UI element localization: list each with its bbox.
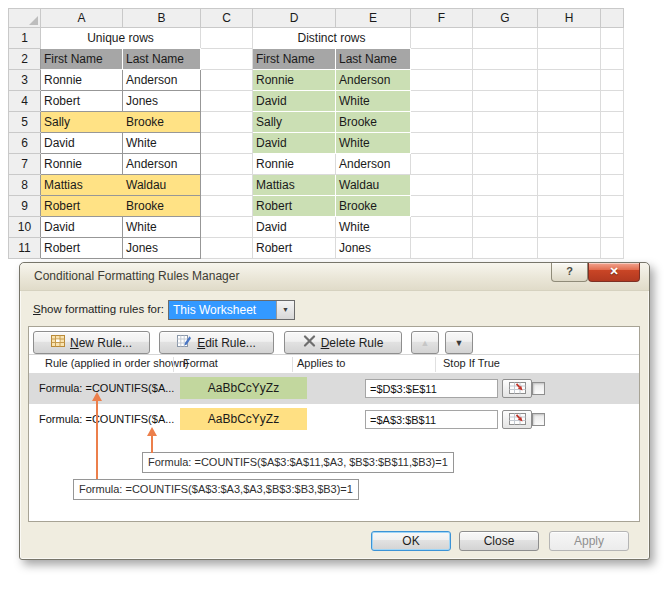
sheet-cell[interactable]: Ronnie: [253, 154, 336, 175]
sheet-cell[interactable]: [473, 196, 538, 217]
sheet-cell[interactable]: [601, 217, 624, 238]
sheet-cell[interactable]: [473, 154, 538, 175]
col-header-partial[interactable]: [601, 9, 624, 28]
row-header[interactable]: 8: [9, 175, 41, 196]
sheet-cell[interactable]: [201, 91, 253, 112]
sheet-cell[interactable]: [411, 154, 473, 175]
sheet-cell[interactable]: [411, 217, 473, 238]
sheet-cell[interactable]: [473, 133, 538, 154]
sheet-cell[interactable]: Robert: [41, 238, 123, 259]
row-header[interactable]: 5: [9, 112, 41, 133]
sheet-cell[interactable]: [601, 70, 624, 91]
sheet-cell[interactable]: [201, 154, 253, 175]
sheet-cell[interactable]: Last Name: [336, 49, 411, 70]
sheet-cell[interactable]: Ronnie: [41, 154, 123, 175]
sheet-cell[interactable]: First Name: [41, 49, 123, 70]
row-header[interactable]: 1: [9, 28, 41, 49]
sheet-cell[interactable]: Mattias: [41, 175, 123, 196]
sheet-cell[interactable]: Jones: [123, 238, 201, 259]
collapse-dialog-button[interactable]: [502, 410, 532, 429]
sheet-cell[interactable]: Sally: [253, 112, 336, 133]
col-header-a[interactable]: A: [41, 9, 123, 28]
col-header-c[interactable]: C: [201, 9, 253, 28]
apply-button[interactable]: Apply: [549, 531, 629, 551]
sheet-cell[interactable]: Ronnie: [253, 70, 336, 91]
sheet-cell[interactable]: Brooke: [123, 112, 201, 133]
sheet-cell[interactable]: [473, 175, 538, 196]
sheet-cell[interactable]: [201, 49, 253, 70]
sheet-cell[interactable]: [601, 154, 624, 175]
applies-to-field[interactable]: [365, 410, 498, 429]
sheet-cell[interactable]: White: [336, 91, 411, 112]
new-rule-button[interactable]: New Rule...: [33, 331, 150, 354]
row-header[interactable]: 3: [9, 70, 41, 91]
row-header[interactable]: 9: [9, 196, 41, 217]
sheet-cell[interactable]: [411, 133, 473, 154]
sheet-cell[interactable]: Anderson: [336, 70, 411, 91]
sheet-cell[interactable]: [201, 175, 253, 196]
sheet-cell[interactable]: [538, 154, 601, 175]
sheet-cell[interactable]: Robert: [253, 238, 336, 259]
row-header[interactable]: 11: [9, 238, 41, 259]
ok-button[interactable]: OK: [371, 531, 451, 551]
sheet-cell[interactable]: [538, 238, 601, 259]
sheet-cell[interactable]: [473, 28, 538, 49]
col-header-f[interactable]: F: [411, 9, 473, 28]
sheet-cell[interactable]: [201, 112, 253, 133]
sheet-cell[interactable]: [538, 175, 601, 196]
help-button[interactable]: ?: [551, 263, 588, 282]
sheet-cell[interactable]: [538, 196, 601, 217]
sheet-cell[interactable]: [473, 112, 538, 133]
sheet-cell[interactable]: David: [41, 217, 123, 238]
sheet-cell[interactable]: [538, 112, 601, 133]
sheet-cell[interactable]: Brooke: [123, 196, 201, 217]
delete-rule-button[interactable]: Delete Rule: [284, 331, 402, 354]
sheet-cell[interactable]: [473, 217, 538, 238]
edit-rule-button[interactable]: Edit Rule...: [159, 331, 274, 354]
collapse-dialog-button[interactable]: [502, 379, 532, 398]
sheet-cell[interactable]: Waldau: [123, 175, 201, 196]
sheet-cell[interactable]: [601, 196, 624, 217]
sheet-cell[interactable]: [411, 238, 473, 259]
row-header[interactable]: 10: [9, 217, 41, 238]
sheet-cell[interactable]: [411, 112, 473, 133]
stop-if-true-checkbox[interactable]: [532, 413, 545, 426]
sheet-cell[interactable]: [201, 217, 253, 238]
sheet-cell[interactable]: Last Name: [123, 49, 201, 70]
dialog-titlebar[interactable]: Conditional Formatting Rules Manager ? ✕: [20, 263, 649, 291]
stop-if-true-checkbox[interactable]: [532, 382, 545, 395]
unique-rows-title-cell[interactable]: Unique rows: [41, 28, 201, 49]
sheet-cell[interactable]: [538, 70, 601, 91]
sheet-cell[interactable]: David: [41, 133, 123, 154]
sheet-cell[interactable]: [601, 28, 624, 49]
row-header[interactable]: 6: [9, 133, 41, 154]
sheet-cell[interactable]: David: [253, 91, 336, 112]
sheet-cell[interactable]: First Name: [253, 49, 336, 70]
distinct-rows-title-cell[interactable]: Distinct rows: [253, 28, 411, 49]
sheet-cell[interactable]: [538, 49, 601, 70]
scope-dropdown[interactable]: This Worksheet ▼: [168, 300, 295, 320]
sheet-cell[interactable]: David: [253, 133, 336, 154]
sheet-cell[interactable]: White: [336, 217, 411, 238]
rule-row[interactable]: Formula: =COUNTIFS($A... AaBbCcYyZz: [29, 404, 639, 435]
sheet-cell[interactable]: [411, 91, 473, 112]
row-header[interactable]: 4: [9, 91, 41, 112]
sheet-cell[interactable]: Mattias: [253, 175, 336, 196]
sheet-cell[interactable]: [601, 49, 624, 70]
sheet-cell[interactable]: [601, 175, 624, 196]
sheet-cell[interactable]: White: [123, 133, 201, 154]
sheet-cell[interactable]: [201, 133, 253, 154]
close-button-footer[interactable]: Close: [459, 531, 539, 551]
sheet-cell[interactable]: [201, 70, 253, 91]
sheet-cell[interactable]: [201, 238, 253, 259]
sheet-cell[interactable]: Waldau: [336, 175, 411, 196]
col-header-e[interactable]: E: [336, 9, 411, 28]
sheet-cell[interactable]: Robert: [41, 196, 123, 217]
sheet-cell[interactable]: Ronnie: [41, 70, 123, 91]
rule-row-selected[interactable]: Formula: =COUNTIFS($A... AaBbCcYyZz: [29, 373, 639, 404]
sheet-cell[interactable]: Brooke: [336, 112, 411, 133]
sheet-cell[interactable]: [411, 70, 473, 91]
sheet-cell[interactable]: White: [336, 133, 411, 154]
sheet-cell[interactable]: [411, 28, 473, 49]
col-header-g[interactable]: G: [473, 9, 538, 28]
